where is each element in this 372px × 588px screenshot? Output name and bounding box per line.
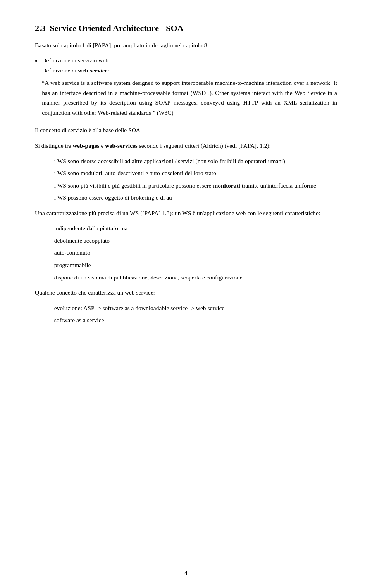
bullet-content-definition: Definizione di servizio web Definizione … (42, 56, 337, 119)
ws-char-item-3: – programmabile (46, 260, 337, 270)
intro-paragraph: Basato sul capitolo 1 di [PAPA], poi amp… (35, 40, 337, 50)
ws-concept-text-0: evoluzione: ASP -> software as a downloa… (54, 303, 337, 313)
web-service-quote: “A web service is a software system desi… (42, 78, 337, 117)
ws-concept-item-0: – evoluzione: ASP -> software as a downl… (46, 303, 337, 313)
bullet-dot: • (35, 56, 37, 67)
page-number: 4 (184, 570, 188, 576)
dash-char-2: – (46, 248, 50, 258)
bullet-item-definition: • Definizione di servizio web Definizion… (35, 56, 337, 119)
ws-criteria-item-0: – i WS sono risorse accessibili ad altre… (46, 156, 337, 166)
dash-2: – (46, 181, 50, 191)
dash-char-4: – (46, 272, 50, 283)
page: 2.3 Service Oriented Architecture - SOA … (0, 0, 372, 588)
ws-criteria-text-3: i WS possono essere oggetto di brokering… (54, 193, 337, 203)
ws-chars-list: – indipendente dalla piattaforma – debol… (35, 223, 337, 282)
dash-concept-1: – (46, 315, 50, 325)
caratterizzazione-paragraph: Una caratterizzazione più precisa di un … (35, 208, 337, 218)
ws-criteria-text-2: i WS sono più visibili e più gestibili i… (54, 181, 337, 191)
ws-concepts-list: – evoluzione: ASP -> software as a downl… (35, 303, 337, 325)
ws-char-text-2: auto-contenuto (54, 248, 337, 258)
ws-char-item-2: – auto-contenuto (46, 248, 337, 258)
ws-char-item-0: – indipendente dalla piattaforma (46, 223, 337, 233)
qualche-paragraph: Qualche concetto che caratterizza un web… (35, 288, 337, 298)
ws-criteria-item-2: – i WS sono più visibili e più gestibili… (46, 181, 337, 191)
concetto-paragraph: Il concetto di servizio è alla base dell… (35, 125, 337, 135)
ws-char-text-0: indipendente dalla piattaforma (54, 223, 337, 233)
dash-char-0: – (46, 223, 50, 233)
dash-concept-0: – (46, 303, 50, 313)
ws-criteria-item-1: – i WS sono modulari, auto-descriventi e… (46, 168, 337, 178)
ws-criteria-item-3: – i WS possono essere oggetto di brokeri… (46, 193, 337, 203)
ws-char-item-1: – debolmente accoppiato (46, 236, 337, 246)
ws-criteria-text-1: i WS sono modulari, auto-descriventi e a… (54, 168, 337, 178)
dash-char-1: – (46, 236, 50, 246)
ws-criteria-text-0: i WS sono risorse accessibili ad altre a… (54, 156, 337, 166)
ws-criteria-list: – i WS sono risorse accessibili ad altre… (35, 156, 337, 203)
ws-char-text-3: programmabile (54, 260, 337, 270)
dash-3: – (46, 193, 50, 203)
dash-1: – (46, 168, 50, 178)
section-heading: 2.3 Service Oriented Architecture - SOA (35, 23, 337, 33)
ws-concept-item-1: – software as a service (46, 315, 337, 325)
ws-concept-text-1: software as a service (54, 315, 337, 325)
dash-char-3: – (46, 260, 50, 270)
definition-title-line1: Definizione di servizio web (42, 56, 337, 66)
definition-title-line2: Definizione di web service: (42, 66, 337, 76)
ws-char-item-4: – dispone di un sistema di pubblicazione… (46, 272, 337, 283)
dash-0: – (46, 156, 50, 166)
ws-char-text-4: dispone di un sistema di pubblicazione, … (54, 272, 337, 283)
ws-char-text-1: debolmente accoppiato (54, 236, 337, 246)
distingue-paragraph: Si distingue tra web-pages e web-service… (35, 141, 337, 151)
bullet-definition-section: • Definizione di servizio web Definizion… (35, 56, 337, 119)
